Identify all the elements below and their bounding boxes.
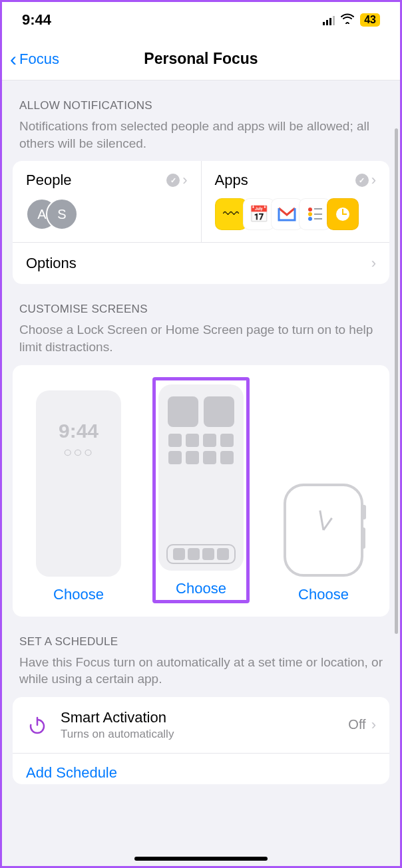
svg-rect-3 [314, 208, 322, 210]
schedule-header: SET A SCHEDULE [13, 617, 389, 654]
choose-lock-button[interactable]: Choose [53, 586, 104, 603]
chevron-right-icon: › [182, 172, 187, 189]
add-schedule-button[interactable]: Add Schedule [13, 754, 389, 784]
page-title: Personal Focus [2, 50, 400, 68]
battery-indicator: 43 [360, 13, 380, 27]
svg-point-2 [308, 217, 312, 221]
people-label: People [26, 172, 72, 189]
back-button[interactable]: ‹ Focus [10, 49, 59, 69]
chevron-right-icon: › [371, 172, 376, 189]
chevron-right-icon: › [371, 255, 376, 272]
app-icon [327, 198, 359, 230]
smart-activation-row[interactable]: Smart Activation Turns on automatically … [13, 697, 389, 753]
allow-notifications-header: ALLOW NOTIFICATIONS [13, 80, 389, 118]
smart-activation-subtitle: Turns on automatically [61, 728, 174, 741]
notifications-card: People › A S Apps [13, 161, 389, 284]
home-screen-highlight: Choose [152, 377, 250, 603]
status-time: 9:44 [22, 11, 51, 29]
scrollbar[interactable] [395, 128, 398, 634]
svg-point-0 [308, 208, 312, 212]
customise-header: CUSTOMISE SCREENS [13, 284, 389, 321]
cellular-signal-icon [323, 15, 335, 25]
options-label: Options [26, 255, 77, 272]
svg-rect-8 [342, 214, 347, 215]
app-icon: 〰 [215, 198, 247, 230]
power-icon [26, 714, 49, 736]
options-row[interactable]: Options › [13, 243, 389, 284]
screens-card: 9:44 ○○○ Choose [13, 365, 389, 617]
app-icon [271, 198, 303, 230]
lock-screen-option[interactable]: 9:44 ○○○ Choose [21, 390, 136, 603]
avatar: S [46, 198, 78, 230]
verified-seal-icon [166, 174, 180, 187]
home-indicator[interactable] [134, 857, 268, 861]
allow-notifications-desc: Notifications from selected people and a… [13, 118, 389, 161]
watch-preview [284, 484, 363, 577]
smart-activation-title: Smart Activation [61, 709, 174, 726]
wifi-icon [340, 13, 355, 27]
customise-desc: Choose a Lock Screen or Home Screen page… [13, 321, 389, 364]
apps-cell[interactable]: Apps › 〰 📅 [202, 161, 390, 242]
watch-option[interactable]: Choose [266, 484, 381, 603]
app-icon: 📅 [243, 198, 275, 230]
home-screen-preview[interactable] [158, 384, 244, 571]
nav-bar: ‹ Focus Personal Focus [2, 38, 400, 80]
apps-label: Apps [215, 172, 248, 189]
smart-activation-state: Off [348, 717, 365, 732]
verified-seal-icon [355, 174, 369, 187]
chevron-left-icon: ‹ [10, 49, 17, 69]
svg-rect-5 [314, 218, 322, 219]
schedule-desc: Have this Focus turn on automatically at… [13, 654, 389, 697]
back-label: Focus [19, 51, 59, 68]
choose-home-button[interactable]: Choose [158, 580, 244, 597]
people-cell[interactable]: People › A S [13, 161, 202, 242]
chevron-right-icon: › [371, 716, 376, 734]
choose-watch-button[interactable]: Choose [298, 586, 349, 603]
svg-rect-4 [314, 214, 322, 215]
status-bar: 9:44 43 [2, 2, 400, 38]
app-icon [299, 198, 331, 230]
schedule-card: Smart Activation Turns on automatically … [13, 697, 389, 784]
lock-screen-preview: 9:44 ○○○ [36, 390, 121, 577]
svg-point-1 [308, 212, 312, 216]
